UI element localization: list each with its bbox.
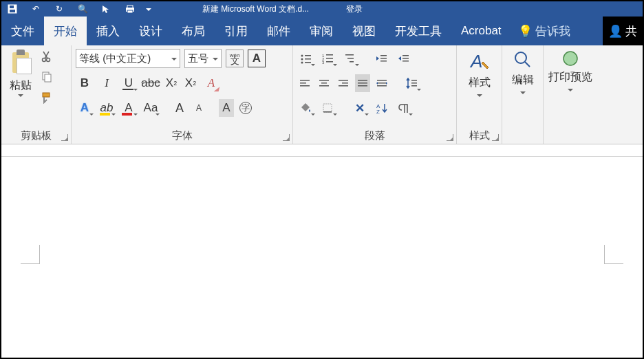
highlight-button[interactable]: ab xyxy=(98,99,116,117)
print-preview-button[interactable]: 打印预览 xyxy=(548,48,593,129)
styles-launcher-icon[interactable] xyxy=(492,134,499,141)
login-link[interactable]: 登录 xyxy=(346,3,363,15)
svg-rect-23 xyxy=(345,54,354,56)
document-area[interactable] xyxy=(1,144,643,358)
print-preview-qat-icon[interactable]: 🔍 xyxy=(76,2,89,16)
undo-icon[interactable]: ↶ xyxy=(29,2,43,16)
share-label: 共 xyxy=(625,23,637,39)
paragraph-launcher-icon[interactable] xyxy=(447,134,453,141)
multilevel-list-button[interactable] xyxy=(341,50,359,67)
share-button[interactable]: 👤 共 xyxy=(603,17,643,45)
tab-developer[interactable]: 开发工具 xyxy=(385,17,451,45)
svg-rect-27 xyxy=(380,58,387,59)
underline-button[interactable]: U xyxy=(120,74,138,92)
chevron-down-icon xyxy=(477,94,482,97)
strikethrough-button[interactable]: abc xyxy=(142,74,160,92)
group-font: 等线 (中文正文) 五号 wén 文 A B I xyxy=(72,45,293,144)
line-spacing-button[interactable] xyxy=(403,74,421,92)
text-effects-button[interactable]: A xyxy=(76,99,94,117)
cursor-icon[interactable] xyxy=(99,2,113,16)
numbering-button[interactable]: 123 xyxy=(319,50,337,67)
title-bar: ↶ ↻ 🔍 新建 Microsoft Word 文档.d... 登录 xyxy=(1,1,643,17)
tab-insert[interactable]: 插入 xyxy=(87,17,129,45)
cut-icon[interactable] xyxy=(40,50,54,63)
show-marks-button[interactable] xyxy=(395,99,413,117)
group-editing: 编辑 xyxy=(502,45,544,144)
svg-point-13 xyxy=(301,58,303,61)
tab-review[interactable]: 审阅 xyxy=(300,17,343,45)
print-preview-label: 打印预览 xyxy=(548,70,592,85)
svg-rect-2 xyxy=(10,10,15,12)
italic-button[interactable]: I xyxy=(98,74,116,92)
styles-group-label: 样式 xyxy=(457,129,502,144)
align-left-button[interactable] xyxy=(297,74,312,92)
redo-icon[interactable]: ↻ xyxy=(52,2,66,16)
svg-rect-16 xyxy=(305,62,311,63)
tab-mailings[interactable]: 邮件 xyxy=(257,17,300,45)
distributed-button[interactable] xyxy=(374,74,389,92)
shading-button[interactable] xyxy=(297,99,315,117)
font-launcher-icon[interactable] xyxy=(283,134,290,141)
decrease-indent-button[interactable] xyxy=(373,50,391,67)
paragraph-group-label: 段落 xyxy=(293,129,456,144)
tab-acrobat[interactable]: Acrobat xyxy=(451,17,511,45)
svg-rect-30 xyxy=(402,58,409,59)
tab-layout[interactable]: 布局 xyxy=(172,17,215,45)
svg-rect-46 xyxy=(377,85,387,87)
grow-font-button[interactable]: A xyxy=(172,99,187,117)
justify-button[interactable] xyxy=(355,74,370,92)
svg-rect-44 xyxy=(377,80,387,81)
save-icon[interactable] xyxy=(6,2,19,16)
svg-rect-28 xyxy=(380,61,387,62)
asian-layout-button[interactable]: ✕ xyxy=(351,99,369,117)
clear-formatting-button[interactable]: A◢ xyxy=(202,74,220,92)
tab-file[interactable]: 文件 xyxy=(1,17,44,45)
svg-rect-41 xyxy=(358,80,367,81)
tab-home[interactable]: 开始 xyxy=(44,17,87,45)
shrink-font-button[interactable]: A xyxy=(191,99,206,117)
ruler-gap xyxy=(1,144,643,157)
lightbulb-icon: 💡 xyxy=(518,24,533,39)
font-color-button[interactable]: A xyxy=(120,99,138,117)
page[interactable] xyxy=(1,157,643,358)
group-clipboard: 粘贴 剪贴板 xyxy=(1,45,72,144)
increase-indent-button[interactable] xyxy=(395,50,413,67)
change-case-button[interactable]: Aa xyxy=(142,99,160,117)
font-name-combo[interactable]: 等线 (中文正文) xyxy=(76,49,180,68)
character-shading-button[interactable]: A xyxy=(219,99,234,117)
phonetic-guide-button[interactable]: wén 文 xyxy=(226,50,244,67)
font-size-combo[interactable]: 五号 xyxy=(184,49,222,68)
qat-more-icon[interactable] xyxy=(146,8,151,11)
enclose-characters-button[interactable]: 字 xyxy=(238,99,253,117)
clipboard-launcher-icon[interactable] xyxy=(61,134,68,141)
superscript-button[interactable]: X2 xyxy=(183,74,198,92)
sort-button[interactable]: AZ xyxy=(373,99,391,117)
borders-button[interactable] xyxy=(319,99,337,117)
svg-point-15 xyxy=(301,62,303,64)
svg-rect-20 xyxy=(326,58,333,59)
format-painter-icon[interactable] xyxy=(40,91,54,105)
paste-button[interactable]: 粘贴 xyxy=(6,48,36,129)
svg-rect-45 xyxy=(377,83,387,84)
bold-button[interactable]: B xyxy=(76,74,94,92)
tab-references[interactable]: 引用 xyxy=(215,17,257,45)
svg-rect-25 xyxy=(350,61,354,63)
copy-icon[interactable] xyxy=(40,70,54,84)
svg-rect-51 xyxy=(323,111,332,113)
tab-design[interactable]: 设计 xyxy=(129,17,172,45)
svg-rect-47 xyxy=(411,80,417,81)
svg-rect-39 xyxy=(342,83,348,84)
styles-button[interactable]: A 样式 xyxy=(461,48,497,129)
tab-view[interactable]: 视图 xyxy=(343,17,385,45)
editing-label: 编辑 xyxy=(512,73,534,87)
quick-print-icon[interactable] xyxy=(122,2,136,16)
align-center-button[interactable] xyxy=(316,74,332,92)
character-border-button[interactable]: A xyxy=(248,50,266,67)
svg-rect-36 xyxy=(321,83,327,84)
align-right-button[interactable] xyxy=(336,74,351,92)
svg-rect-40 xyxy=(339,85,348,87)
editing-button[interactable]: 编辑 xyxy=(506,48,539,129)
bullets-button[interactable] xyxy=(297,50,315,67)
tell-me[interactable]: 💡 告诉我 xyxy=(511,17,577,45)
subscript-button[interactable]: X2 xyxy=(164,74,179,92)
